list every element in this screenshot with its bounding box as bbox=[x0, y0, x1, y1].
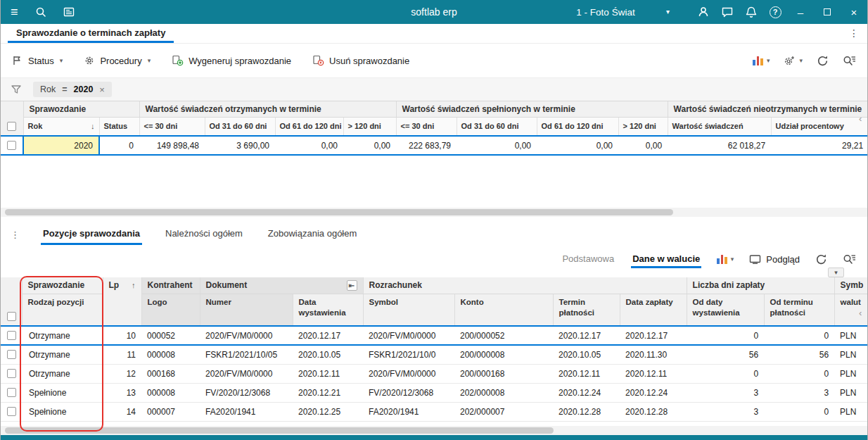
cell-waluta: PLN bbox=[834, 402, 868, 421]
preview-button[interactable]: Podgląd bbox=[749, 254, 800, 265]
col-header-status[interactable]: Status bbox=[99, 117, 139, 136]
bell-icon[interactable] bbox=[739, 0, 763, 24]
col-header-symbol[interactable]: Symbol bbox=[363, 294, 454, 326]
cell-symbol: FV/2020/12/3068 bbox=[363, 383, 454, 402]
help-icon[interactable]: ? bbox=[763, 0, 787, 24]
col-header-data-wystawienia[interactable]: Data wystawienia bbox=[293, 294, 363, 326]
maximize-button[interactable] bbox=[814, 0, 841, 24]
column-chooser-button[interactable]: ▾ bbox=[828, 268, 844, 277]
group-header-dokument: Dokument⇤ bbox=[200, 277, 363, 294]
col-header-od-terminu-platnosci[interactable]: Od terminu płatności bbox=[764, 294, 834, 326]
row-checkbox[interactable] bbox=[7, 407, 16, 416]
chevron-down-icon[interactable]: ▾ bbox=[666, 8, 670, 15]
cell-waluta: PLN bbox=[834, 326, 868, 345]
search-icon[interactable] bbox=[35, 6, 46, 18]
refresh-icon[interactable] bbox=[815, 253, 827, 265]
view-dane-w-walucie[interactable]: Dane w walucie bbox=[631, 250, 701, 268]
view-podstawowa[interactable]: Podstawowa bbox=[561, 250, 615, 268]
cell-lp: 12 bbox=[103, 364, 141, 383]
section-menu-icon[interactable]: ⋮ bbox=[11, 230, 20, 245]
table-row[interactable]: Otrzymane 12 000168 2020/FV/M0/0000 2020… bbox=[1, 364, 868, 383]
tab-naleznosci-ogolem[interactable]: Należności ogółem bbox=[163, 228, 245, 245]
col-header-logo[interactable]: Logo bbox=[141, 294, 200, 326]
row-checkbox[interactable] bbox=[7, 369, 16, 378]
scroll-columns-hint[interactable]: ‹ bbox=[859, 308, 862, 318]
minimize-button[interactable]: – bbox=[787, 0, 814, 24]
scrollbar-thumb[interactable] bbox=[5, 427, 554, 434]
news-panel-icon[interactable] bbox=[63, 6, 75, 18]
select-all-checkbox[interactable] bbox=[7, 122, 16, 131]
advanced-search-icon[interactable] bbox=[843, 55, 856, 66]
col-header-rodzaj-pozycji[interactable]: Rodzaj pozycji bbox=[22, 294, 103, 326]
col-header-ponad-120-dni-2[interactable]: > 120 dni bbox=[618, 117, 668, 136]
row-checkbox[interactable] bbox=[7, 350, 16, 359]
group-header-symbol-waluty: Symb bbox=[834, 277, 868, 294]
col-header-ponad-120-dni[interactable]: > 120 dni bbox=[343, 117, 396, 136]
pin-columns-icon[interactable]: ⇤ bbox=[347, 280, 357, 291]
col-header-od-daty-wystawienia[interactable]: Od daty wystawienia bbox=[687, 294, 764, 326]
cell: 0,00 bbox=[618, 136, 668, 155]
cell-data-wystawienia: 2020.12.17 bbox=[293, 326, 363, 345]
col-header-numer[interactable]: Numer bbox=[200, 294, 293, 326]
chat-icon[interactable] bbox=[715, 0, 739, 24]
scrollbar-thumb[interactable] bbox=[5, 209, 673, 215]
chart-view-button[interactable]: ▾ bbox=[753, 56, 770, 65]
cell-od-terminu: 0 bbox=[764, 364, 834, 383]
col-header-waluta[interactable]: walut bbox=[834, 294, 868, 326]
filter-funnel-icon[interactable] bbox=[11, 84, 22, 95]
col-header-data-zaplaty[interactable]: Data zapłaty bbox=[620, 294, 687, 326]
table-row[interactable]: Spełnione 13 000008 FV/2020/12/3068 2020… bbox=[1, 383, 868, 402]
tab-zobowiazania-ogolem[interactable]: Zobowiązania ogółem bbox=[266, 228, 359, 245]
cell-logo: 000008 bbox=[141, 345, 200, 364]
close-button[interactable]: × bbox=[841, 0, 867, 24]
tab-pozycje-sprawozdania[interactable]: Pozycje sprawozdania bbox=[41, 228, 142, 245]
col-header-termin-platnosci[interactable]: Termin płatności bbox=[553, 294, 620, 326]
advanced-search-icon[interactable] bbox=[843, 253, 856, 265]
cell-termin-platnosci: 2020.12.24 bbox=[553, 383, 620, 402]
tab-sprawozdanie-o-terminach[interactable]: Sprawozdanie o terminach zapłaty bbox=[8, 24, 174, 43]
table-row[interactable]: Otrzymane 10 000052 2020/FV/M0/0000 2020… bbox=[1, 326, 868, 345]
settings-button[interactable]: ▾ bbox=[784, 55, 803, 66]
col-header-lp[interactable]: Lp↑ bbox=[103, 277, 141, 326]
cell-od-terminu: 3 bbox=[764, 383, 834, 402]
select-all-checkbox[interactable] bbox=[7, 312, 16, 321]
status-button[interactable]: Status ▾ bbox=[12, 55, 63, 66]
row-checkbox[interactable] bbox=[7, 331, 16, 340]
tab-options-icon[interactable]: ⋮ bbox=[849, 27, 859, 39]
delete-report-button[interactable]: Usuń sprawozdanie bbox=[312, 55, 409, 66]
col-header-31-60-dni[interactable]: Od 31 do 60 dni bbox=[205, 117, 275, 136]
row-checkbox[interactable] bbox=[7, 141, 16, 150]
main-toolbar: Status ▾ Procedury ▾ Wygeneruj sprawozda… bbox=[1, 44, 867, 77]
table-row[interactable]: Spełnione 14 000007 FA2020/1941 2020.12.… bbox=[1, 402, 868, 421]
col-header-wartosc-swiadczen[interactable]: Wartość świadczeń bbox=[668, 117, 771, 136]
report-table-hscrollbar[interactable] bbox=[1, 208, 867, 217]
chart-view-button[interactable]: ▾ bbox=[717, 255, 734, 264]
col-header-61-120-dni-2[interactable]: Od 61 do 120 dni bbox=[537, 117, 618, 136]
procedures-button[interactable]: Procedury ▾ bbox=[84, 55, 151, 66]
cell-konto: 202/000007 bbox=[454, 402, 553, 421]
generate-report-button[interactable]: Wygeneruj sprawozdanie bbox=[172, 55, 291, 66]
col-header-do-30-dni-2[interactable]: <= 30 dni bbox=[396, 117, 457, 136]
row-checkbox[interactable] bbox=[7, 388, 16, 397]
col-header-do-30-dni[interactable]: <= 30 dni bbox=[139, 117, 205, 136]
col-header-udzial-procentowy[interactable]: Udział procentowy bbox=[771, 117, 868, 136]
col-header-61-120-dni[interactable]: Od 61 do 120 dni bbox=[275, 117, 343, 136]
col-header-31-60-dni-2[interactable]: Od 31 do 60 dni bbox=[457, 117, 537, 136]
scroll-columns-hint[interactable]: ‹ bbox=[859, 113, 862, 124]
cell-numer: FV/2020/12/3068 bbox=[200, 383, 293, 402]
cell: 0,00 bbox=[537, 136, 618, 155]
cell-data-wystawienia: 2020.12.21 bbox=[293, 383, 363, 402]
menu-icon[interactable]: ≡ bbox=[11, 6, 18, 18]
positions-table-hscrollbar[interactable] bbox=[1, 426, 867, 435]
user-icon[interactable] bbox=[691, 0, 715, 24]
table-row[interactable]: 2020 0 149 898,48 3 690,00 0,00 0,00 222… bbox=[1, 136, 868, 155]
remove-filter-icon[interactable]: × bbox=[99, 84, 105, 95]
cell-termin-platnosci: 2020.10.05 bbox=[553, 345, 620, 364]
col-header-konto[interactable]: Konto bbox=[454, 294, 553, 326]
table-row[interactable]: Otrzymane 11 000008 FSKR1/2021/10/05 202… bbox=[1, 345, 868, 364]
company-selector[interactable]: 1 - Foto Świat bbox=[542, 7, 669, 18]
filter-chip-rok[interactable]: Rok = 2020 × bbox=[33, 82, 112, 97]
refresh-icon[interactable] bbox=[817, 55, 829, 67]
col-header-rok[interactable]: Rok↓ bbox=[23, 117, 99, 136]
cell-data-wystawienia: 2020.12.25 bbox=[293, 402, 363, 421]
